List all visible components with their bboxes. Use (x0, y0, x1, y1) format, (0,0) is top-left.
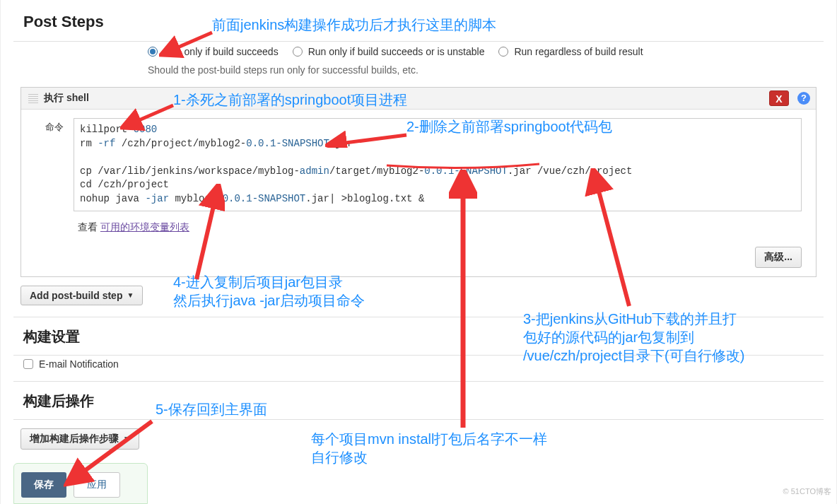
email-notification-checkbox[interactable] (23, 359, 33, 369)
radio-label-succeeds-unstable: Run only if build succeeds or is unstabl… (308, 46, 485, 57)
add-post-build-step-button[interactable]: Add post-build step ▼ (21, 286, 143, 305)
add-post-build-action-button[interactable]: 增加构建后操作步骤 ▼ (21, 428, 139, 450)
apply-button[interactable]: 应用 (74, 472, 120, 498)
hint-text: Should the post-build steps run only for… (13, 61, 824, 83)
radio-regardless[interactable] (498, 47, 508, 57)
watermark: © 51CTO博客 (783, 486, 831, 497)
email-notification-label: E-mail Notification (39, 358, 119, 370)
post-build-actions-title: 构建后操作 (13, 382, 824, 419)
shell-footer: 查看 可用的环境变量列表 (21, 218, 816, 244)
command-label: 命令 (35, 118, 64, 211)
radio-succeeds-unstable[interactable] (293, 47, 303, 57)
page-title-post-steps: Post Steps (13, 0, 824, 41)
radio-label-regardless: Run regardless of build result (514, 46, 643, 57)
shell-header-label: 执行 shell (44, 92, 89, 105)
shell-step-box: X ? 执行 shell 命令 killport 0080 rm -rf /cz… (21, 87, 816, 277)
shell-header[interactable]: 执行 shell (21, 88, 816, 110)
chevron-down-icon: ▼ (123, 435, 130, 443)
radio-label-succeeds: Run only if build succeeds (163, 46, 279, 57)
build-settings-title: 构建设置 (13, 317, 824, 355)
chevron-down-icon: ▼ (127, 291, 134, 299)
close-icon[interactable]: X (769, 90, 789, 106)
help-icon[interactable]: ? (797, 92, 810, 105)
radio-succeeds[interactable] (148, 47, 158, 57)
advanced-button[interactable]: 高级... (755, 247, 802, 268)
save-apply-bar: 保存 应用 (13, 463, 148, 504)
drag-icon[interactable] (28, 93, 38, 103)
radio-group-run-condition: Run only if build succeeds Run only if b… (13, 42, 824, 61)
env-vars-link[interactable]: 可用的环境变量列表 (100, 221, 189, 233)
save-button[interactable]: 保存 (21, 472, 66, 498)
shell-command-input[interactable]: killport 0080 rm -rf /czh/project/myblog… (74, 118, 802, 211)
